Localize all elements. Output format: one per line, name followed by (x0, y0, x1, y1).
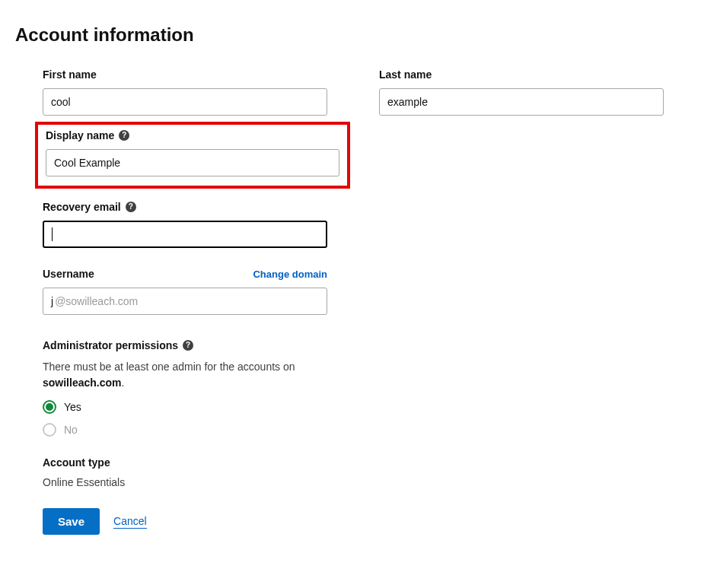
radio-no-label: No (64, 424, 78, 436)
radio-yes-label: Yes (64, 401, 81, 413)
account-type-section: Account type Online Essentials (35, 446, 355, 488)
account-type-label: Account type (43, 456, 347, 469)
help-icon[interactable]: ? (183, 340, 193, 351)
save-button[interactable]: Save (43, 508, 100, 535)
change-domain-link[interactable]: Change domain (253, 269, 327, 280)
page-title: Account information (15, 24, 702, 46)
radio-circle-icon (43, 423, 56, 437)
recovery-email-label: Recovery email (43, 201, 121, 213)
last-name-input[interactable] (379, 88, 664, 116)
display-name-label-row: Display name ? (46, 129, 339, 141)
account-form: First name Last name Display name ? Reco… (15, 61, 702, 535)
radio-circle-icon (43, 400, 56, 414)
first-name-input[interactable] (43, 88, 327, 116)
text-cursor (52, 227, 53, 241)
last-name-label: Last name (379, 68, 664, 81)
help-icon[interactable]: ? (126, 202, 136, 212)
radio-no[interactable]: No (43, 423, 347, 437)
username-domain: @sowilleach.com (55, 295, 138, 307)
recovery-email-input[interactable] (43, 221, 327, 248)
first-name-label: First name (43, 68, 327, 81)
admin-permissions-desc: There must be at least one admin for the… (43, 359, 347, 391)
first-name-group: First name (35, 61, 335, 119)
display-name-label: Display name (46, 129, 114, 141)
help-icon[interactable]: ? (119, 130, 129, 141)
username-input[interactable]: j @sowilleach.com (43, 288, 327, 315)
account-type-value: Online Essentials (43, 476, 347, 488)
admin-desc-suffix: . (121, 377, 124, 389)
form-actions: Save Cancel (35, 488, 702, 535)
admin-desc-domain: sowilleach.com (43, 377, 121, 389)
display-name-input[interactable] (46, 149, 339, 176)
username-value: j (51, 295, 53, 307)
display-name-highlight: Display name ? (35, 122, 350, 189)
username-group: Username Change domain j @sowilleach.com (35, 260, 335, 318)
username-label: Username (43, 268, 94, 280)
admin-desc-prefix: There must be at least one admin for the… (43, 361, 295, 373)
recovery-email-group: Recovery email ? (35, 193, 335, 251)
last-name-group: Last name (371, 61, 671, 119)
admin-permissions-label: Administrator permissions (43, 339, 178, 351)
radio-yes[interactable]: Yes (43, 400, 347, 414)
cancel-link[interactable]: Cancel (113, 515, 147, 529)
admin-radio-group: Yes No (43, 400, 347, 437)
admin-permissions-section: Administrator permissions ? There must b… (35, 332, 355, 437)
